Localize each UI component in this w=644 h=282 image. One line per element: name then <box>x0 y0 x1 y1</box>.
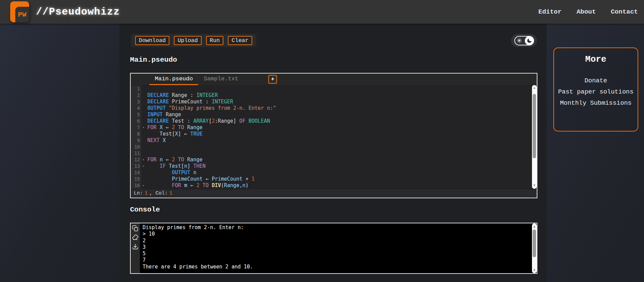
theme-toggle-knob <box>525 36 534 45</box>
code-line: 15 PrimeCount ← PrimeCount + 1 <box>131 176 532 182</box>
console-panel: Display primes from 2-n. Enter n:> 10235… <box>130 223 537 274</box>
code-text <box>146 144 147 150</box>
code-text: PrimeCount ← PrimeCount + 1 <box>146 176 255 182</box>
fold-arrow-icon[interactable]: ▾ <box>141 163 146 169</box>
code-text: OUTPUT n <box>146 169 197 176</box>
code-line: 12▾FOR n ← 2 TO Range <box>131 157 532 163</box>
code-text: FOR m ← 2 TO DIV(Range,n) <box>146 182 249 189</box>
code-text: FOR X ← 2 TO Range <box>146 124 203 131</box>
scroll-down-icon[interactable]: ▼ <box>532 268 537 273</box>
nav-link-about[interactable]: About <box>576 8 596 16</box>
line-number: 12 <box>131 157 141 163</box>
run-button[interactable]: Run <box>206 36 224 45</box>
fold-arrow-icon[interactable]: ▾ <box>141 124 146 131</box>
fold-arrow-icon[interactable]: ▾ <box>141 182 146 189</box>
code-text: IF Test[n] THEN <box>146 163 206 169</box>
nav-link-contact[interactable]: Contact <box>611 8 638 16</box>
new-tab-button[interactable]: + <box>268 75 277 84</box>
line-number: 11 <box>131 150 141 157</box>
code-lines: 12DECLARE Range : INTEGER3DECLARE PrimeC… <box>131 86 532 189</box>
code-line: 6DECLARE Test : ARRAY[2:Range] OF BOOLEA… <box>131 118 532 124</box>
scroll-up-icon[interactable]: ▲ <box>532 86 537 90</box>
fold-gutter <box>141 144 146 150</box>
console-scrollbar-thumb[interactable] <box>533 229 536 257</box>
line-number: 2 <box>131 92 141 99</box>
console-line: There are 4 primes between 2 and 10. <box>143 264 537 270</box>
nav-link-editor[interactable]: Editor <box>538 8 562 16</box>
code-text: NEXT X <box>146 137 166 144</box>
line-number: 9 <box>131 137 141 144</box>
console-scrollbar[interactable]: ▲ ▼ <box>532 223 537 273</box>
line-number: 16 <box>131 182 141 189</box>
eraser-icon[interactable] <box>132 234 139 241</box>
code-text: INPUT Range <box>146 112 181 118</box>
console-line: 5 <box>143 250 537 257</box>
code-text: DECLARE PrimeCount : INTEGER <box>146 99 233 105</box>
fold-gutter <box>141 131 146 137</box>
line-number: 3 <box>131 99 141 105</box>
line-number: 6 <box>131 118 141 124</box>
fold-gutter <box>141 150 146 157</box>
copy-icon[interactable] <box>132 225 139 231</box>
fold-arrow-icon[interactable]: ▾ <box>141 157 146 163</box>
upload-button[interactable]: Upload <box>174 36 201 45</box>
line-number: 1 <box>131 86 141 92</box>
fold-gutter <box>141 169 146 176</box>
more-link-past-paper-solutions[interactable]: Past paper solutions <box>558 88 633 96</box>
code-text: Test[X] ← TRUE <box>146 131 203 137</box>
code-text <box>146 86 147 92</box>
line-number: 15 <box>131 176 141 182</box>
code-line: 8 Test[X] ← TRUE <box>131 131 532 137</box>
navbar: PW //Pseudowhizz EditorAboutContact <box>0 0 644 24</box>
theme-toggle-track <box>514 36 534 45</box>
scroll-down-icon[interactable]: ▼ <box>532 183 537 188</box>
editor-toolbar: DownloadUploadRunClear <box>131 34 256 47</box>
line-number: 4 <box>131 105 141 112</box>
editor-scrollbar-thumb[interactable] <box>533 94 536 158</box>
fold-gutter <box>141 118 146 124</box>
status-ln-label: Ln: <box>134 190 143 196</box>
download-icon[interactable] <box>132 243 139 250</box>
code-line: 7▾FOR X ← 2 TO Range <box>131 124 532 131</box>
logo-text: PW <box>18 11 26 19</box>
console-lines: Display primes from 2-n. Enter n:> 10235… <box>143 224 537 270</box>
console-line: 2 <box>143 238 537 244</box>
theme-toggle[interactable] <box>511 34 537 47</box>
code-text: FOR n ← 2 TO Range <box>146 157 203 163</box>
fold-gutter <box>141 176 146 182</box>
tab-sample-txt[interactable]: Sample.txt <box>198 74 244 85</box>
main-nav: EditorAboutContact <box>538 0 638 24</box>
clear-button[interactable]: Clear <box>228 36 252 45</box>
code-line: 2DECLARE Range : INTEGER <box>131 92 532 99</box>
console-output[interactable]: Display primes from 2-n. Enter n:> 10235… <box>140 223 537 273</box>
line-number: 7 <box>131 124 141 131</box>
status-col-label: , Col: <box>149 190 168 196</box>
more-link-donate[interactable]: Donate <box>585 77 607 84</box>
download-button[interactable]: Download <box>135 36 169 45</box>
more-links: DonatePast paper solutionsMonthly Submis… <box>558 77 633 107</box>
status-col-value: 1 <box>169 190 172 196</box>
fold-gutter <box>141 99 146 105</box>
code-line: 9NEXT X <box>131 137 532 144</box>
scroll-up-icon[interactable]: ▲ <box>532 224 537 229</box>
console-line: 7 <box>143 257 537 263</box>
code-line: 5INPUT Range <box>131 112 532 118</box>
status-ln-value: 1 <box>145 190 148 196</box>
sun-icon <box>517 38 522 43</box>
app-logo[interactable]: PW <box>10 1 29 22</box>
code-text: DECLARE Test : ARRAY[2:Range] OF BOOLEAN <box>146 118 270 124</box>
fold-gutter <box>141 137 146 144</box>
tab-main-pseudo[interactable]: Main.pseudo <box>149 74 198 85</box>
code-line: 13▾ IF Test[n] THEN <box>131 163 532 169</box>
code-line: 11 <box>131 150 532 157</box>
line-number: 10 <box>131 144 141 150</box>
code-line: 16▾ FOR m ← 2 TO DIV(Range,n) <box>131 182 532 189</box>
console-line: Display primes from 2-n. Enter n: <box>143 224 537 231</box>
line-number: 14 <box>131 169 141 176</box>
code-line: 14 OUTPUT n <box>131 169 532 176</box>
code-editor[interactable]: 12DECLARE Range : INTEGER3DECLARE PrimeC… <box>131 85 537 189</box>
editor-scrollbar[interactable]: ▲ ▼ <box>532 85 537 189</box>
code-line: 1 <box>131 86 532 92</box>
code-line: 4OUTPUT "Display primes from 2-n. Enter … <box>131 105 532 112</box>
more-link-monthly-submissions[interactable]: Monthly Submissions <box>560 100 632 107</box>
